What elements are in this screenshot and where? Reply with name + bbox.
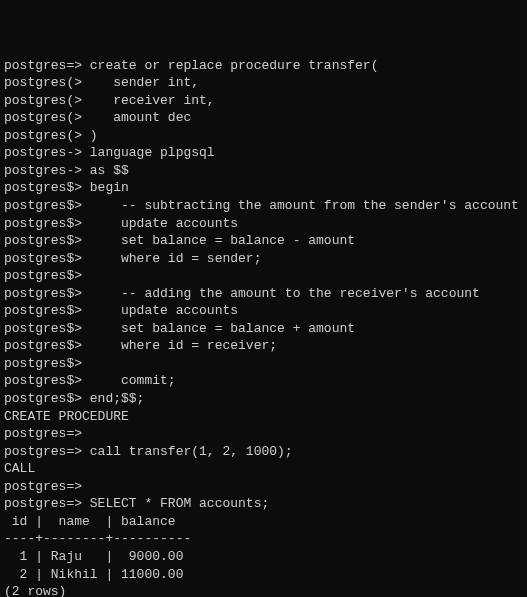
terminal-line: postgres=> create or replace procedure t… [4,57,523,75]
terminal-line: ----+--------+---------- [4,530,523,548]
terminal-line: postgres$> [4,355,523,373]
terminal-line: postgres$> update accounts [4,215,523,233]
terminal-line: (2 rows) [4,583,523,597]
terminal-line: postgres$> where id = receiver; [4,337,523,355]
terminal-line: 2 | Nikhil | 11000.00 [4,566,523,584]
terminal-line: id | name | balance [4,513,523,531]
terminal-line: postgres$> end;$$; [4,390,523,408]
terminal-output: postgres=> create or replace procedure t… [4,57,523,597]
terminal-line: postgres$> begin [4,179,523,197]
terminal-line: postgres=> [4,425,523,443]
terminal-line: postgres$> -- adding the amount to the r… [4,285,523,303]
terminal-line: postgres$> set balance = balance + amoun… [4,320,523,338]
terminal-line: CREATE PROCEDURE [4,408,523,426]
terminal-line: postgres=> call transfer(1, 2, 1000); [4,443,523,461]
terminal-line: postgres-> language plpgsql [4,144,523,162]
terminal-line: postgres$> update accounts [4,302,523,320]
terminal-line: postgres$> set balance = balance - amoun… [4,232,523,250]
terminal-line: postgres(> receiver int, [4,92,523,110]
terminal-line: postgres(> amount dec [4,109,523,127]
terminal-line: postgres$> where id = sender; [4,250,523,268]
terminal-line: postgres$> commit; [4,372,523,390]
terminal-line: postgres(> ) [4,127,523,145]
terminal-line: postgres=> [4,478,523,496]
terminal-line: 1 | Raju | 9000.00 [4,548,523,566]
terminal-line: postgres-> as $$ [4,162,523,180]
terminal-line: postgres(> sender int, [4,74,523,92]
terminal-line: postgres$> -- subtracting the amount fro… [4,197,523,215]
terminal-line: CALL [4,460,523,478]
terminal-line: postgres$> [4,267,523,285]
terminal-line: postgres=> SELECT * FROM accounts; [4,495,523,513]
